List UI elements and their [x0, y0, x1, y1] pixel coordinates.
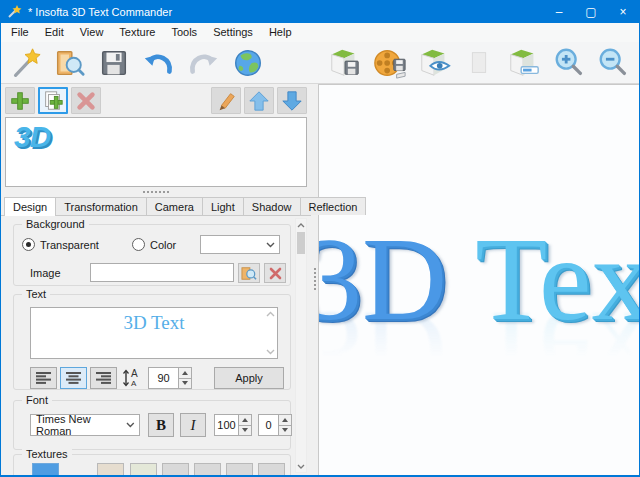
transparent-radio-label: Transparent — [40, 239, 99, 251]
browse-image-button[interactable] — [238, 263, 260, 283]
preview-canvas[interactable]: 3DText 3DText — [318, 84, 639, 475]
tab-transformation[interactable]: Transformation — [55, 197, 147, 215]
font-size-spinner[interactable]: 100 — [214, 414, 252, 436]
horizontal-splitter[interactable] — [1, 187, 311, 196]
menu-file[interactable]: File — [3, 24, 37, 41]
scrollbar-down-icon[interactable] — [296, 461, 306, 471]
maximize-button[interactable]: ▢ — [575, 0, 607, 23]
redo-arrow-icon — [186, 46, 220, 80]
italic-button[interactable]: I — [180, 413, 206, 437]
menu-edit[interactable]: Edit — [37, 24, 72, 41]
panel-scrollbar[interactable] — [295, 218, 307, 473]
background-color-select[interactable] — [200, 235, 280, 254]
object-list-item[interactable]: 3D — [14, 120, 50, 154]
tab-design[interactable]: Design — [4, 197, 56, 216]
apply-button[interactable]: Apply — [214, 367, 284, 389]
text-group-label: Text — [22, 288, 50, 300]
preview-button[interactable] — [416, 44, 454, 82]
zoom-out-icon — [596, 46, 630, 80]
tab-reflection[interactable]: Reflection — [300, 197, 367, 215]
color-radio[interactable]: Color — [132, 238, 176, 251]
clear-image-button[interactable] — [264, 263, 286, 283]
transparent-radio[interactable]: Transparent — [22, 238, 99, 251]
duplicate-object-button[interactable] — [38, 87, 68, 114]
new-wizard-button[interactable] — [6, 44, 44, 82]
text-content-area[interactable]: 3D Text — [30, 307, 278, 359]
redo-button[interactable] — [185, 44, 223, 82]
delete-object-button[interactable] — [71, 87, 101, 114]
scrollbar-up-icon[interactable] — [296, 220, 306, 230]
texture-swatch[interactable] — [226, 463, 253, 475]
canvas-word-3d: 3D — [318, 214, 447, 345]
export-image-button[interactable] — [326, 44, 364, 82]
text-size-value: 90 — [148, 367, 178, 389]
minimize-button[interactable]: – — [543, 0, 575, 23]
align-left-icon — [36, 372, 52, 384]
chevron-down-icon — [126, 422, 135, 428]
char-spacing-spinner[interactable]: 0 — [258, 414, 292, 436]
undo-button[interactable] — [140, 44, 178, 82]
texture-swatch[interactable] — [32, 463, 59, 475]
spin-up-button[interactable] — [278, 414, 292, 426]
move-up-button[interactable] — [244, 87, 274, 114]
menu-help[interactable]: Help — [261, 24, 300, 41]
vertical-splitter[interactable] — [311, 84, 318, 475]
texture-swatch[interactable] — [97, 463, 124, 475]
scroll-up-icon[interactable] — [266, 311, 275, 317]
texture-swatch[interactable] — [162, 463, 189, 475]
canvas-3d-text: 3DText — [318, 221, 639, 339]
menu-settings[interactable]: Settings — [205, 24, 261, 41]
tab-camera[interactable]: Camera — [146, 197, 203, 215]
edit-object-button[interactable] — [211, 87, 241, 114]
window-title: * Insofta 3D Text Commander — [28, 6, 172, 18]
delete-x-icon — [75, 90, 97, 112]
align-center-button[interactable] — [60, 367, 87, 389]
svg-text:A: A — [131, 379, 137, 388]
export-animation-button[interactable] — [371, 44, 409, 82]
texture-swatch[interactable] — [130, 463, 157, 475]
menu-texture[interactable]: Texture — [111, 24, 163, 41]
font-family-select[interactable]: Times New Roman — [30, 414, 140, 436]
text-group: Text 3D Text — [13, 294, 291, 390]
text-size-spinner[interactable]: 90 — [148, 367, 192, 389]
add-object-button[interactable] — [5, 87, 35, 114]
undo-arrow-icon — [142, 46, 176, 80]
spin-down-button[interactable] — [238, 426, 252, 437]
tab-shadow[interactable]: Shadow — [243, 197, 301, 215]
canvas-word-text: Text — [475, 214, 639, 345]
bold-button[interactable]: B — [148, 413, 174, 437]
tab-light[interactable]: Light — [202, 197, 244, 215]
spin-down-button[interactable] — [278, 426, 292, 437]
radio-unchecked-icon — [132, 238, 145, 251]
scrollbar-thumb[interactable] — [297, 232, 305, 254]
zoom-in-icon — [552, 46, 586, 80]
radio-checked-icon — [22, 238, 35, 251]
object-toolbar — [1, 84, 311, 117]
texture-swatch[interactable] — [258, 463, 285, 475]
disabled-placeholder-icon — [462, 46, 496, 80]
image-path-input[interactable] — [90, 263, 234, 282]
open-project-button[interactable] — [51, 44, 89, 82]
publish-button[interactable] — [505, 44, 543, 82]
zoom-in-button[interactable] — [550, 44, 588, 82]
plus-icon — [9, 90, 31, 112]
menu-view[interactable]: View — [72, 24, 112, 41]
save-button[interactable] — [95, 44, 133, 82]
spin-up-button[interactable] — [238, 414, 252, 426]
scroll-down-icon[interactable] — [266, 349, 275, 355]
zoom-out-button[interactable] — [594, 44, 632, 82]
texture-swatch[interactable] — [194, 463, 221, 475]
align-right-button[interactable] — [90, 367, 117, 389]
close-button[interactable]: × — [607, 0, 639, 23]
align-left-button[interactable] — [30, 367, 57, 389]
spin-up-button[interactable] — [178, 367, 192, 379]
spin-down-button[interactable] — [178, 379, 192, 390]
website-button[interactable] — [229, 44, 267, 82]
object-thumbnail-3d: 3D — [14, 120, 50, 153]
magic-wand-icon — [8, 46, 42, 80]
object-list[interactable]: 3D — [5, 117, 307, 187]
color-radio-label: Color — [150, 239, 176, 251]
move-down-button[interactable] — [277, 87, 307, 114]
menu-tools[interactable]: Tools — [163, 24, 205, 41]
title-bar: * Insofta 3D Text Commander – ▢ × — [1, 0, 639, 23]
